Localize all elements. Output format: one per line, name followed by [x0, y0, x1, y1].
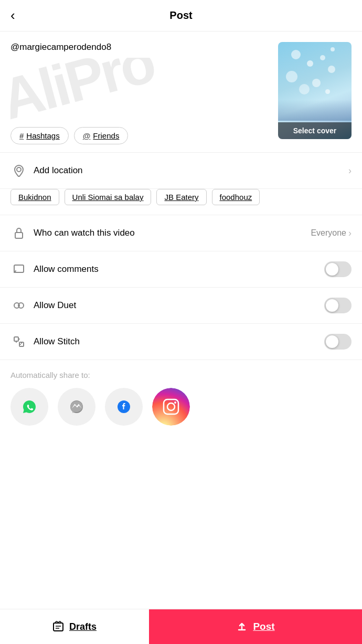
whatsapp-button[interactable] [10, 388, 48, 426]
svg-rect-16 [54, 623, 63, 631]
hashtag-symbol: # [19, 131, 24, 140]
username-text: @margiecamperodendo8 [10, 42, 270, 52]
auto-share-section: Automatically share to: [0, 360, 362, 434]
auto-share-label: Automatically share to: [10, 371, 352, 379]
location-tag-3[interactable]: foodhouz [212, 189, 260, 205]
add-location-row[interactable]: Add location › [0, 153, 362, 189]
friends-button[interactable]: @ Friends [74, 127, 129, 144]
comments-icon [10, 261, 27, 278]
location-tags: Bukidnon Unli Siomai sa balay JB Eatery … [0, 189, 362, 215]
drafts-label: Drafts [69, 621, 97, 632]
messenger-button[interactable] [58, 388, 95, 426]
duet-toggle-knob [326, 299, 338, 312]
hashtags-label: Hashtags [26, 131, 59, 140]
header: ‹ Post [0, 0, 362, 31]
location-tag-0[interactable]: Bukidnon [10, 189, 59, 205]
watermark-area: AliPro [10, 58, 270, 121]
post-button[interactable]: Post [149, 609, 362, 644]
select-cover-bar[interactable]: Select cover [278, 122, 352, 139]
privacy-everyone: Everyone [311, 228, 346, 238]
allow-stitch-row: Allow Stitch [0, 324, 362, 360]
svg-rect-1 [15, 233, 23, 238]
duet-toggle[interactable] [324, 298, 352, 313]
instagram-button[interactable] [152, 388, 190, 426]
location-icon [10, 162, 27, 179]
comments-toggle[interactable] [324, 261, 352, 277]
description-left: @margiecamperodendo8 AliPro # Hashtags @… [10, 42, 270, 144]
back-button[interactable]: ‹ [10, 7, 15, 24]
thumbnail[interactable]: Select cover [278, 42, 352, 139]
privacy-chevron-icon: › [348, 228, 352, 239]
stitch-label: Allow Stitch [34, 336, 324, 347]
page-title: Post [169, 9, 192, 22]
location-tag-1[interactable]: Unli Siomai sa balay [65, 189, 152, 205]
svg-point-19 [238, 629, 239, 630]
post-label: Post [253, 621, 274, 632]
duet-label: Allow Duet [34, 300, 324, 311]
hashtags-button[interactable]: # Hashtags [10, 127, 69, 144]
stitch-toggle[interactable] [324, 334, 352, 350]
who-can-watch-row[interactable]: Who can watch this video Everyone › [0, 215, 362, 251]
privacy-icon [10, 225, 27, 241]
drafts-button[interactable]: Drafts [0, 609, 149, 644]
description-section: @margiecamperodendo8 AliPro # Hashtags @… [0, 31, 362, 153]
location-chevron: › [348, 165, 352, 176]
post-upload-icon [236, 621, 248, 632]
tag-buttons: # Hashtags @ Friends [10, 127, 270, 144]
location-tag-2[interactable]: JB Eatery [156, 189, 206, 205]
svg-point-15 [174, 402, 176, 404]
bottom-spacer [0, 434, 362, 481]
privacy-label: Who can watch this video [34, 228, 311, 238]
allow-duet-row: Allow Duet [0, 288, 362, 324]
comments-toggle-knob [326, 263, 338, 276]
stitch-icon [10, 333, 27, 350]
comments-label: Allow comments [34, 264, 324, 275]
duet-icon [10, 297, 27, 314]
select-cover-label: Select cover [293, 126, 337, 135]
chevron-right-icon: › [348, 165, 352, 176]
at-symbol: @ [83, 131, 91, 140]
friends-label: Friends [93, 131, 119, 140]
bottom-bar: Drafts Post [0, 609, 362, 644]
share-icons [10, 388, 352, 426]
facebook-button[interactable] [105, 388, 143, 426]
svg-rect-5 [14, 337, 18, 341]
location-label: Add location [34, 165, 348, 176]
privacy-value: Everyone › [311, 228, 352, 239]
stitch-toggle-knob [326, 335, 338, 348]
svg-point-20 [244, 629, 246, 630]
svg-point-12 [152, 388, 190, 426]
allow-comments-row: Allow comments [0, 251, 362, 288]
drafts-icon [52, 621, 64, 632]
watermark: AliPro [10, 58, 160, 121]
svg-point-0 [17, 167, 21, 172]
